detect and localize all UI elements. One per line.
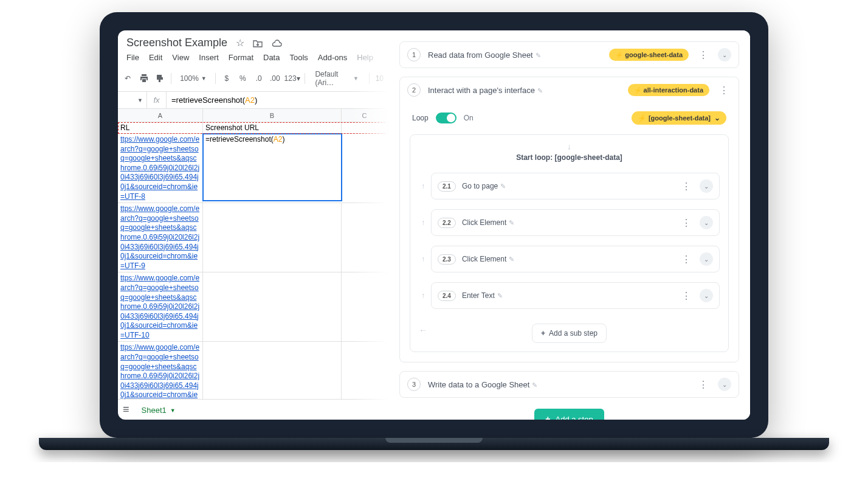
chevron-down-icon[interactable]: ⌄: [700, 179, 713, 193]
document-title[interactable]: Screenshot Example: [126, 36, 227, 49]
percent-icon[interactable]: %: [238, 72, 247, 85]
url-cell[interactable]: ttps://www.google.com/earch?q=google+she…: [118, 272, 203, 341]
kebab-icon[interactable]: ⋮: [679, 217, 694, 229]
arrow-up-icon: ↑: [419, 291, 427, 300]
arrow-up-icon: ↑: [419, 218, 427, 227]
col-header-a[interactable]: A: [118, 109, 203, 122]
arrow-up-icon: ↑: [419, 255, 427, 263]
data-pill[interactable]: all-interaction-data: [628, 84, 709, 96]
cloud-icon[interactable]: [271, 40, 282, 47]
pencil-icon[interactable]: ✎: [497, 292, 503, 299]
increase-decimal-icon[interactable]: .00: [270, 72, 280, 85]
loop-state: On: [464, 114, 474, 122]
loop-config-row: Loop On ⚡[google-sheet-data]: [410, 108, 729, 131]
step-number: 3: [407, 378, 421, 391]
step-title: Write data to a Google Sheet✎: [428, 380, 537, 389]
undo-icon[interactable]: ↶: [123, 72, 133, 85]
pencil-icon[interactable]: ✎: [532, 381, 537, 389]
pencil-icon[interactable]: ✎: [537, 87, 543, 94]
url-cell[interactable]: ttps://www.google.com/earch?q=google+she…: [118, 203, 203, 272]
step-number: 2: [407, 83, 421, 97]
table-row: ttps://www.google.com/earch?q=google+she…: [118, 134, 388, 203]
sub-step-number: 2.1: [438, 181, 456, 192]
zoom-selector[interactable]: 100%▼: [177, 73, 209, 84]
active-cell-editor[interactable]: =retrieveScreenshot(A2): [203, 134, 342, 201]
pencil-icon[interactable]: ✎: [500, 182, 506, 190]
pencil-icon[interactable]: ✎: [509, 219, 514, 226]
arrow-down-icon: ↓: [419, 142, 720, 151]
loop-container: ↓ Start loop: [google-sheet-data] ↑ 2.1 …: [410, 134, 729, 352]
fx-icon: fx: [147, 92, 167, 108]
move-icon[interactable]: [253, 39, 263, 47]
sub-step: 2.1 Go to page✎ ⋮ ⌄: [431, 173, 720, 199]
formula-input[interactable]: =retrieveScreenshot(A2): [167, 95, 388, 105]
loop-source-pill[interactable]: ⚡[google-sheet-data]: [632, 111, 726, 125]
workflow-step-1: 1 Read data from Google Sheet✎ google-sh…: [399, 41, 739, 68]
more-formats-icon[interactable]: 123▾: [286, 72, 298, 85]
table-row: ttps://www.google.com/earch?q=google+she…: [118, 203, 388, 272]
menu-edit[interactable]: Edit: [149, 53, 162, 62]
kebab-icon[interactable]: ⋮: [696, 49, 711, 61]
menu-view[interactable]: View: [172, 53, 189, 62]
currency-icon[interactable]: $: [222, 72, 232, 85]
plus-icon: +: [545, 414, 550, 420]
menu-tools[interactable]: Tools: [289, 53, 308, 62]
chevron-down-icon[interactable]: ⌄: [718, 48, 731, 61]
url-cell[interactable]: ttps://www.google.com/earch?q=google+she…: [118, 342, 203, 399]
data-pill[interactable]: google-sheet-data: [609, 49, 689, 61]
header-cell-a[interactable]: RL: [118, 122, 203, 133]
menu-format[interactable]: Format: [229, 53, 253, 62]
sub-step-number: 2.4: [438, 291, 456, 301]
menu-file[interactable]: File: [126, 53, 139, 62]
print-icon[interactable]: [139, 72, 148, 85]
sub-step: 2.4 Enter Text✎ ⋮ ⌄: [431, 282, 720, 309]
sub-step-title: Go to page✎: [462, 182, 506, 190]
menu-insert[interactable]: Insert: [199, 53, 219, 62]
sub-step: 2.2 Click Element✎ ⋮ ⌄: [431, 209, 720, 236]
menu-addons[interactable]: Add-ons: [318, 53, 347, 62]
workflow-step-3: 3 Write data to a Google Sheet✎ ⋮ ⌄: [399, 371, 739, 398]
kebab-icon[interactable]: ⋮: [717, 85, 731, 96]
sub-step: 2.3 Click Element✎ ⋮ ⌄: [431, 246, 720, 272]
url-cell[interactable]: ttps://www.google.com/earch?q=google+she…: [118, 134, 203, 203]
kebab-icon[interactable]: ⋮: [679, 181, 694, 192]
chevron-down-icon[interactable]: ⌄: [700, 216, 713, 229]
kebab-icon[interactable]: ⋮: [679, 290, 694, 302]
add-step-button[interactable]: + Add a step: [534, 409, 604, 420]
font-selector[interactable]: Default (Ari…▼: [311, 68, 362, 89]
laptop-base: [39, 438, 829, 450]
all-sheets-icon[interactable]: ≡: [123, 403, 129, 416]
decrease-decimal-icon[interactable]: .0: [253, 72, 263, 85]
paint-format-icon[interactable]: [155, 72, 165, 85]
sheet-tab-1[interactable]: Sheet1▼: [136, 402, 182, 417]
menu-help[interactable]: Help: [357, 53, 373, 62]
chevron-down-icon[interactable]: ⌄: [718, 378, 731, 391]
sub-step-number: 2.2: [438, 218, 456, 228]
sheets-toolbar: ↶ 100%▼ $ % .0 .00 123▾ Default (Ari…▼ 1…: [118, 66, 388, 92]
workflow-step-2: 2 Interact with a page's interface✎ all-…: [399, 77, 739, 362]
font-size[interactable]: 10: [376, 74, 384, 83]
sheets-header: Screenshot Example ☆: [118, 30, 388, 52]
loop-label: Loop: [412, 114, 429, 122]
add-sub-step-button[interactable]: +Add a sub step: [532, 324, 607, 343]
table-row: ttps://www.google.com/earch?q=google+she…: [118, 342, 388, 399]
sub-step-title: Enter Text✎: [462, 291, 503, 300]
col-header-c[interactable]: C: [342, 109, 388, 122]
kebab-icon[interactable]: ⋮: [679, 254, 694, 265]
chevron-down-icon[interactable]: ⌄: [700, 289, 713, 302]
star-icon[interactable]: ☆: [236, 37, 244, 49]
arrow-left-icon: ←: [419, 325, 427, 335]
menu-data[interactable]: Data: [263, 53, 280, 62]
chevron-down-icon[interactable]: ⌄: [700, 252, 713, 266]
kebab-icon[interactable]: ⋮: [696, 379, 711, 390]
loop-toggle[interactable]: [436, 113, 456, 123]
table-row: ttps://www.google.com/earch?q=google+she…: [118, 272, 388, 342]
pencil-icon[interactable]: ✎: [509, 255, 514, 263]
header-cell-b[interactable]: Screenshot URL: [203, 122, 342, 133]
sub-step-title: Click Element✎: [462, 218, 514, 227]
step-title: Read data from Google Sheet✎: [428, 50, 541, 60]
loop-start-label: Start loop: [google-sheet-data]: [419, 151, 720, 168]
name-box[interactable]: ▼: [118, 92, 147, 108]
col-header-b[interactable]: B: [203, 109, 342, 122]
pencil-icon[interactable]: ✎: [536, 52, 541, 59]
